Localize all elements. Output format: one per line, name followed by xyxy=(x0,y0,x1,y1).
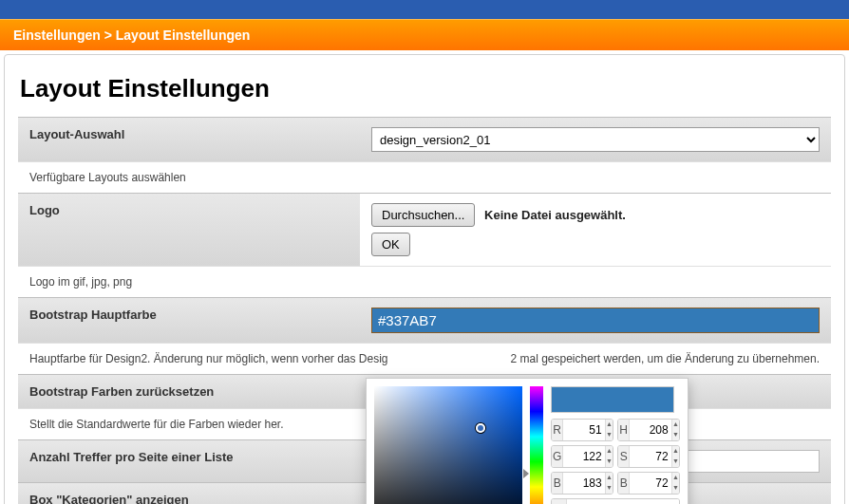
spin-down-icon[interactable]: ▼ xyxy=(606,483,613,494)
spin-down-icon[interactable]: ▼ xyxy=(606,457,613,467)
spin-down-icon[interactable]: ▼ xyxy=(606,430,613,440)
label-logo: Logo xyxy=(18,194,360,266)
label-box-categories: Box "Kategorien" anzeigen xyxy=(18,483,360,504)
hue-slider[interactable] xyxy=(530,386,543,504)
field-b[interactable]: B▲▼ xyxy=(551,472,613,495)
spin-up-icon[interactable]: ▲ xyxy=(606,420,613,430)
field-r[interactable]: R▲▼ xyxy=(551,419,613,441)
input-v[interactable] xyxy=(630,473,670,494)
spin-up-icon[interactable]: ▲ xyxy=(672,446,679,457)
browse-button[interactable]: Durchsuchen... xyxy=(371,203,475,227)
spin-up-icon[interactable]: ▲ xyxy=(672,420,679,430)
bs-color-input[interactable] xyxy=(371,308,820,333)
field-v[interactable]: B▲▼ xyxy=(617,472,680,495)
ok-button[interactable]: OK xyxy=(371,233,410,256)
input-r[interactable] xyxy=(563,420,604,440)
spin-up-icon[interactable]: ▲ xyxy=(606,473,613,483)
input-hex[interactable] xyxy=(567,499,679,504)
label-layout-select: Layout-Auswahl xyxy=(18,118,360,161)
sv-cursor[interactable] xyxy=(476,423,485,433)
color-picker-popup: R▲▼ H▲▼ G▲▼ S▲▼ B▲▼ B▲▼ # xyxy=(366,378,689,504)
hue-slider-arrow-icon xyxy=(523,469,529,478)
input-h[interactable] xyxy=(630,420,670,440)
field-hex[interactable]: # xyxy=(551,498,680,504)
breadcrumb-part2[interactable]: Layout Einstellungen xyxy=(116,28,251,43)
color-preview-swatch xyxy=(551,386,674,413)
input-b[interactable] xyxy=(563,473,604,494)
label-per-page: Anzahl Treffer pro Seite einer Liste xyxy=(18,440,360,482)
breadcrumb-sep: > xyxy=(101,28,116,43)
field-g[interactable]: G▲▼ xyxy=(551,445,613,468)
desc-logo: Logo im gif, jpg, png xyxy=(18,266,831,297)
breadcrumb-part1[interactable]: Einstellungen xyxy=(13,28,101,43)
row-logo: Logo Durchsuchen... Keine Datei ausgewäh… xyxy=(18,193,831,266)
desc-bs-color: Hauptfarbe für Design2. Änderung nur mög… xyxy=(18,343,831,374)
field-h[interactable]: H▲▼ xyxy=(617,419,680,441)
label-bs-color: Bootstrap Hauptfarbe xyxy=(18,298,360,343)
spin-up-icon[interactable]: ▲ xyxy=(672,473,679,483)
desc-layout-select: Verfügbare Layouts auswählen xyxy=(18,161,831,193)
top-blue-border xyxy=(0,0,849,19)
spin-down-icon[interactable]: ▼ xyxy=(672,457,679,467)
row-bs-color: Bootstrap Hauptfarbe xyxy=(18,297,831,343)
row-layout-select: Layout-Auswahl design_version2_01 xyxy=(18,117,831,161)
layout-select[interactable]: design_version2_01 xyxy=(371,127,820,152)
file-status: Keine Datei ausgewählt. xyxy=(484,208,626,222)
saturation-value-area[interactable] xyxy=(374,386,522,504)
field-s[interactable]: S▲▼ xyxy=(617,445,680,468)
spin-down-icon[interactable]: ▼ xyxy=(672,430,679,440)
content-panel: Layout Einstellungen Layout-Auswahl desi… xyxy=(4,54,845,504)
breadcrumb: Einstellungen > Layout Einstellungen xyxy=(0,19,849,50)
page-title: Layout Einstellungen xyxy=(20,74,831,103)
input-g[interactable] xyxy=(563,446,604,467)
spin-up-icon[interactable]: ▲ xyxy=(606,446,613,457)
spin-down-icon[interactable]: ▼ xyxy=(672,483,679,494)
input-s[interactable] xyxy=(630,446,670,467)
label-bs-reset: Bootstrap Farben zurücksetzen xyxy=(18,375,360,408)
